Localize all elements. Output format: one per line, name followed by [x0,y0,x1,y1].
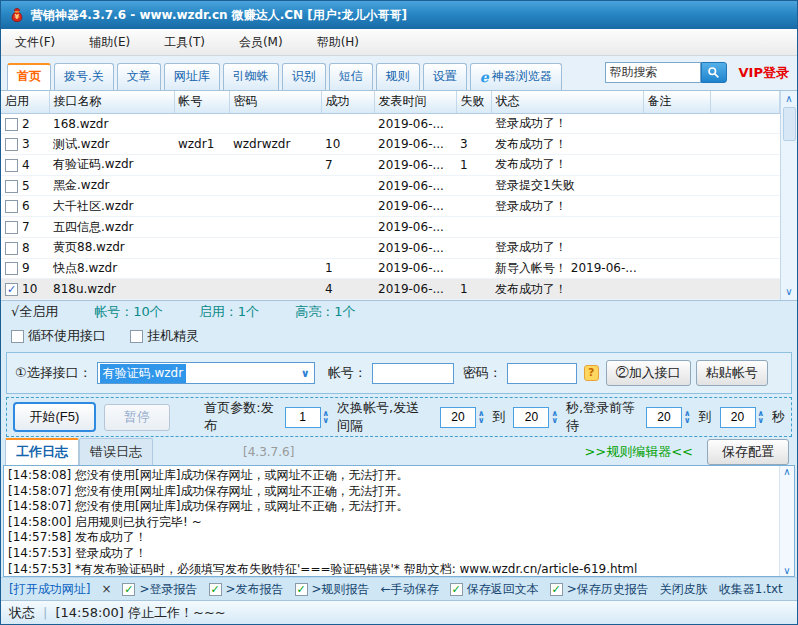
row-checkbox[interactable] [5,262,18,275]
collector-file-link[interactable]: 收集器1.txt [719,581,783,598]
select-all-toggle[interactable]: √全启用 [11,303,58,321]
wait-from-input[interactable] [646,407,682,428]
publish-report-checkbox[interactable] [209,583,222,596]
menu-member[interactable]: 会员(M) [239,34,283,51]
rule-report-option[interactable]: >规则报告 [295,581,370,598]
menu-help[interactable]: 帮助(H) [317,34,359,51]
stepper-arrows-icon[interactable]: ∧∨ [684,410,691,424]
tab-error-log[interactable]: 错误日志 [79,438,153,465]
save-history-report-checkbox[interactable] [550,583,563,596]
row-checkbox[interactable] [5,221,18,234]
stepper-arrows-icon[interactable]: ∧∨ [323,410,330,424]
loop-interface-option[interactable]: 循环使用接口 [11,327,106,345]
paste-account-button[interactable]: 粘贴帐号 [696,360,768,386]
interface-combobox[interactable]: 有验证码.wzdr ∨ [97,362,315,384]
menu-file[interactable]: 文件(F) [15,34,55,51]
table-row[interactable]: 5 黑金.wzdr 2019-06-... 登录提交1失败 [1,175,780,196]
stepper-arrows-icon[interactable]: ∧∨ [758,410,765,424]
login-report-checkbox[interactable] [122,583,135,596]
tab-browser[interactable]: e 神器浏览器 [470,63,562,90]
help-icon[interactable]: ? [584,365,599,381]
interval-to-input[interactable] [513,407,549,428]
add-interface-button[interactable]: ②加入接口 [606,360,691,386]
rule-report-checkbox[interactable] [295,583,308,596]
tab-sms[interactable]: 短信 [329,63,373,90]
account-label: 帐号： [328,364,367,382]
row-checkbox[interactable] [5,242,18,255]
rule-editor-link[interactable]: >>规则编辑器<< [584,443,693,461]
tab-work-log[interactable]: 工作日志 [5,438,79,465]
chevron-down-icon[interactable]: ∨ [301,367,312,380]
search-button[interactable] [701,62,727,83]
hang-spirit-checkbox[interactable] [130,330,143,343]
close-icon[interactable]: × [101,582,111,596]
hang-spirit-option[interactable]: 挂机精灵 [130,327,199,345]
scroll-down-icon[interactable]: ∨ [785,284,792,300]
log-scrollbar[interactable]: ∧ ∨ [779,466,794,576]
tab-url-library[interactable]: 网址库 [164,63,220,90]
vip-login-link[interactable]: VIP登录 [739,64,789,82]
scroll-thumb[interactable] [783,107,796,141]
row-checkbox[interactable] [5,138,18,151]
col-status[interactable]: 状态 [491,91,643,113]
tab-article[interactable]: 文章 [117,63,161,90]
stepper-arrows-icon[interactable]: ∧∨ [551,410,558,424]
log-line: [14:57:58] 发布成功了！ [8,530,777,546]
account-field[interactable] [372,363,454,384]
table-row[interactable]: 6 大千社区.wzdr 2019-06-... 登录成功了！ [1,196,780,217]
save-history-report-option[interactable]: >保存历史报告 [550,581,649,598]
col-success[interactable]: 成功 [321,91,374,113]
col-time[interactable]: 发表时间 [374,91,456,113]
start-button[interactable]: 开始(F5) [13,402,96,432]
publish-count-input[interactable] [285,407,321,428]
menu-assist[interactable]: 辅助(E) [89,34,130,51]
scroll-up-icon[interactable]: ∧ [785,91,792,107]
save-return-text-option[interactable]: 保存返回文本 [450,581,539,598]
save-return-text-checkbox[interactable] [450,583,463,596]
tab-rules[interactable]: 规则 [376,63,420,90]
tab-recognize[interactable]: 识别 [282,63,326,90]
tab-dial[interactable]: 拨号.关 [54,63,114,90]
wait-before-login-label: 秒,登录前等待 [566,399,638,435]
tab-spider[interactable]: 引蜘蛛 [223,63,279,90]
table-row[interactable]: 2 168.wzdr 2019-06-... 登录成功了！ [1,113,780,134]
login-report-option[interactable]: >登录报告 [122,581,197,598]
col-note[interactable]: 备注 [643,91,710,113]
tab-home[interactable]: 首页 [7,63,51,90]
table-row[interactable]: 3 测试.wzdr wzdr1 wzdrwzdr 10 2019-06-... … [1,134,780,155]
password-field[interactable] [507,363,577,384]
table-row[interactable]: 9 快点8.wzdr 1 2019-06-... 新导入帐号！ 2019-06-… [1,258,780,279]
table-row[interactable]: 4 有验证码.wzdr 7 2019-06-... 1 发布成功了！ [1,155,780,176]
scroll-down-icon[interactable]: ∨ [783,565,790,576]
table-row[interactable]: 7 五四信息.wzdr 2019-06-... [1,217,780,238]
col-account[interactable]: 帐号 [174,91,229,113]
manual-save-link[interactable]: ←手动保存 [381,581,439,598]
scroll-up-icon[interactable]: ∧ [783,466,790,477]
col-password[interactable]: 密码 [229,91,321,113]
row-checkbox[interactable] [5,200,18,213]
close-skin-link[interactable]: 关闭皮肤 [660,581,708,598]
stepper-arrows-icon[interactable]: ∧∨ [478,410,485,424]
menu-tools[interactable]: 工具(T) [164,34,205,51]
row-checkbox-checked[interactable] [5,283,18,296]
wait-to-input[interactable] [720,407,756,428]
row-checkbox[interactable] [5,180,18,193]
row-checkbox[interactable] [5,159,18,172]
col-enable[interactable]: 启用 [1,91,49,113]
help-search-input[interactable] [605,62,701,83]
save-config-button[interactable]: 保存配置 [707,439,789,465]
tab-settings[interactable]: 设置 [423,63,467,90]
app-window: ¥ 营销神器4.3.7.6 - www.wzdr.cn 微赚达人.CN [用户:… [0,0,798,625]
col-fail[interactable]: 失败 [456,91,491,113]
window-title: 营销神器4.3.7.6 - www.wzdr.cn 微赚达人.CN [用户:龙儿… [31,7,407,24]
row-checkbox[interactable] [5,118,18,131]
loop-interface-checkbox[interactable] [11,330,24,343]
table-row[interactable]: 8 黄页88.wzdr 2019-06-... 登录成功了！ [1,237,780,258]
table-row-selected[interactable]: 10 818u.wzdr 4 2019-06-... 1 发布成功了！ [1,279,780,300]
table-scrollbar[interactable]: ∧ ∨ [780,91,797,300]
interval-from-input[interactable] [440,407,476,428]
pause-button[interactable]: 暂停 [104,404,171,431]
publish-report-option[interactable]: >发布报告 [209,581,284,598]
open-success-url-link[interactable]: [打开成功网址] [9,581,90,598]
col-name[interactable]: 接口名称 [49,91,174,113]
